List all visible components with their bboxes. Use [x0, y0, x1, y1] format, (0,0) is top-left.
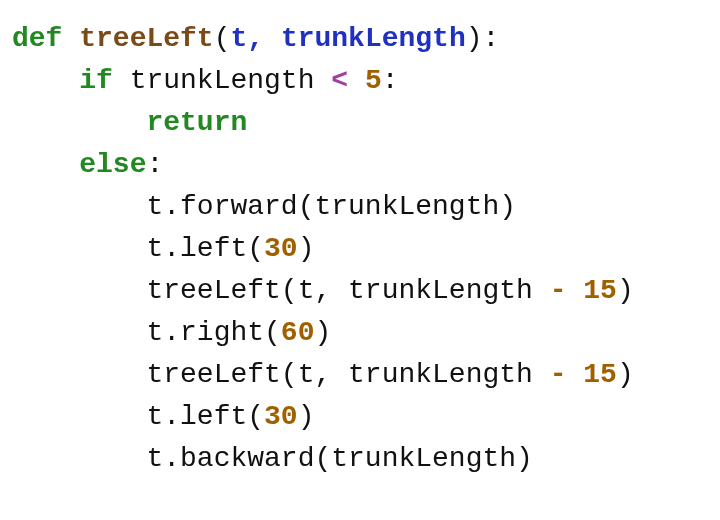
colon: : [483, 23, 500, 54]
num-5: 5 [365, 65, 382, 96]
indent [12, 359, 146, 390]
space [113, 65, 130, 96]
num-60: 60 [281, 317, 315, 348]
stmt-rec1-b: ) [617, 275, 634, 306]
comma: , [247, 23, 281, 54]
stmt-forward: t.forward(trunkLength) [146, 191, 516, 222]
indent [12, 317, 146, 348]
indent [12, 401, 146, 432]
keyword-if: if [79, 65, 113, 96]
space [62, 23, 79, 54]
op-minus: - [550, 359, 567, 390]
stmt-left2-b: ) [298, 401, 315, 432]
colon: : [146, 149, 163, 180]
num-30b: 30 [264, 401, 298, 432]
space [567, 359, 584, 390]
keyword-def: def [12, 23, 62, 54]
num-15: 15 [583, 275, 617, 306]
rparen: ) [466, 23, 483, 54]
space [348, 65, 365, 96]
op-lt: < [331, 65, 348, 96]
keyword-return: return [146, 107, 247, 138]
stmt-left-b: ) [298, 233, 315, 264]
stmt-rec2-b: ) [617, 359, 634, 390]
function-name: treeLeft [79, 23, 213, 54]
keyword-else: else [79, 149, 146, 180]
stmt-left-a: t.left( [146, 233, 264, 264]
stmt-rec2-a: treeLeft(t, trunkLength [146, 359, 549, 390]
lparen: ( [214, 23, 231, 54]
indent [12, 443, 146, 474]
stmt-right-a: t.right( [146, 317, 280, 348]
indent [12, 107, 146, 138]
num-15: 15 [583, 359, 617, 390]
param-trunk: trunkLength [281, 23, 466, 54]
stmt-rec1-a: treeLeft(t, trunkLength [146, 275, 549, 306]
cond-var: trunkLength [130, 65, 332, 96]
num-30: 30 [264, 233, 298, 264]
indent [12, 275, 146, 306]
indent [12, 149, 79, 180]
op-minus: - [550, 275, 567, 306]
stmt-right-b: ) [314, 317, 331, 348]
indent [12, 191, 146, 222]
indent [12, 233, 146, 264]
indent [12, 65, 79, 96]
param-t: t [230, 23, 247, 54]
space [567, 275, 584, 306]
stmt-left2-a: t.left( [146, 401, 264, 432]
colon: : [382, 65, 399, 96]
code-block: def treeLeft(t, trunkLength): if trunkLe… [0, 0, 720, 498]
stmt-backward: t.backward(trunkLength) [146, 443, 532, 474]
